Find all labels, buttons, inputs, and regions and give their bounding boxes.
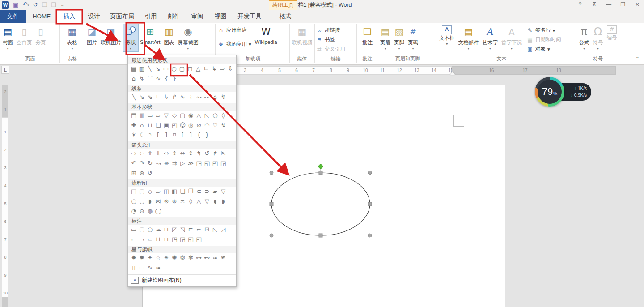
shape-icon[interactable]: ⊛ [138,169,146,177]
shape-icon[interactable]: [ [178,131,186,139]
shape-icon[interactable]: ↔ [178,149,186,158]
textbox-button[interactable]: A 文本框▾ [437,24,457,47]
shape-icon[interactable]: ◔ [130,207,138,215]
shape-icon[interactable]: ◺ [203,111,211,119]
ribbon-display-icon[interactable]: ⊼ [589,0,600,9]
shape-icon[interactable]: ◰ [211,159,219,167]
shape-icon[interactable]: ⇨ [130,149,138,158]
shape-icon[interactable]: ◠ [203,121,211,129]
wordart-button[interactable]: A 艺术字▾ [481,24,500,51]
shape-icon[interactable]: ⊃ [203,188,211,196]
shape-icon[interactable]: ⁆ [162,131,170,139]
tab-review[interactable]: 审阅 [187,10,208,23]
shape-icon[interactable]: ↳ [162,93,170,101]
shape-icon[interactable]: ↘ [138,93,146,101]
shape-icon[interactable]: { [162,75,170,83]
shape-icon[interactable]: ○ [170,65,178,73]
tab-view[interactable]: 视图 [210,10,231,23]
shape-icon[interactable]: ≈ [154,264,162,272]
shape-icon[interactable]: ♡ [211,121,219,129]
tab-home[interactable]: HOME [29,10,55,23]
shape-icon[interactable]: ¬ [138,235,146,243]
shape-icon[interactable]: ◺ [211,226,219,234]
shape-icon[interactable]: ↯ [138,75,146,83]
help-icon[interactable]: ? [574,0,586,9]
shape-icon[interactable]: ⊶ [195,254,203,262]
close-icon[interactable]: ✕ [631,0,643,9]
footer-button[interactable]: ▨ 页脚▾ [392,24,406,51]
shape-icon[interactable]: ↝ [154,159,162,167]
shape-icon[interactable]: ⌒ [146,75,154,83]
shape-icon[interactable]: △ [195,197,203,205]
tab-design[interactable]: 设计 [84,10,104,23]
tab-developer[interactable]: 开发工具 [233,10,266,23]
restore-icon[interactable]: ❐ [617,0,629,9]
shape-icon[interactable]: ◊ [219,111,227,119]
shape-icon[interactable]: ▯ [130,264,138,272]
shape-icon[interactable]: ⊡ [203,226,211,234]
shape-icon[interactable]: } [170,75,178,83]
shape-icon[interactable]: ◉ [186,111,195,119]
shape-icon[interactable]: ◸ [170,226,178,234]
shape-icon[interactable]: ⊂ [195,188,203,196]
shape-icon[interactable]: ↱ [211,149,219,158]
shape-icon[interactable]: ◲ [219,159,227,167]
shape-icon[interactable]: ☺ [178,121,186,129]
shape-icon[interactable]: ⇨ [218,65,226,73]
shape-icon[interactable]: ∟ [154,93,162,101]
shape-icon[interactable]: } [203,131,211,139]
shape-icon[interactable]: ↺ [203,149,211,158]
equation-button[interactable]: π 公式▾ [577,24,591,51]
shape-icon[interactable]: ✴ [162,254,170,262]
shape-icon[interactable]: ◲ [178,235,186,243]
shape-icon[interactable]: ☀ [130,131,138,139]
vertical-ruler-margin[interactable]: 21 [2,85,8,117]
shape-icon[interactable]: ▢ [178,65,186,73]
right-indent-marker[interactable] [450,71,455,75]
tab-format[interactable]: 格式 [275,10,296,23]
shape-icon[interactable]: ] [186,131,195,139]
shape-icon[interactable]: ∿ [146,264,154,272]
shape-icon[interactable]: ⊓ [162,226,170,234]
picture-button[interactable]: ◪ 图片 [85,24,99,47]
shape-icon[interactable]: ✺ [170,254,178,262]
shape-icon[interactable]: ▤ [130,111,138,119]
shape-icon[interactable]: ↶ [130,159,138,167]
shape-icon[interactable]: ○ [146,226,154,234]
shape-icon[interactable]: ✚ [130,121,138,129]
shape-icon[interactable]: ≈ [211,254,219,262]
page-number-button[interactable]: # 页码▾ [406,24,420,51]
shape-icon[interactable]: ❂ [178,254,186,262]
shape-icon[interactable]: ⌐ [195,226,203,234]
shape-icon[interactable]: ◖ [211,197,219,205]
network-speed-widget[interactable]: ↑1K/s ↓0.9K/s 79% [535,77,593,107]
shape-icon[interactable]: ✦ [146,254,154,262]
shape-icon[interactable]: ⌂ [130,75,138,83]
shape-icon[interactable]: ⊔ [146,121,154,129]
shape-icon[interactable]: ◯ [154,207,162,215]
shape-icon[interactable]: ≋ [219,254,227,262]
shape-icon[interactable]: ⊷ [203,254,211,262]
shape-icon[interactable]: ▢ [138,226,146,234]
shape-icon[interactable]: △ [194,65,202,73]
shape-icon[interactable]: ⇱ [219,149,227,158]
vertical-ruler[interactable]: 12345678910 [2,117,8,297]
object-button[interactable]: ▣ 对象▾ [525,44,562,54]
shape-icon[interactable]: ☾ [138,131,146,139]
shape-icon[interactable]: ◇ [170,111,178,119]
shape-icon[interactable]: ∟ [202,65,210,73]
shape-icon[interactable]: ↝ [195,93,203,101]
shape-icon[interactable]: ☁ [154,226,162,234]
shape-icon[interactable]: ⇩ [226,65,234,73]
shape-icon[interactable]: ▢ [178,111,186,119]
shape-icon[interactable]: ↜ [203,93,211,101]
shape-icon[interactable]: ⊗ [162,197,170,205]
minimize-icon[interactable]: — [603,0,614,9]
store-button[interactable]: ⌂ 应用商店 [216,26,252,35]
shape-icon[interactable]: ▭ [162,65,170,73]
shape-icon[interactable]: ◎ [186,121,195,129]
shape-icon[interactable]: ⁅ [154,131,162,139]
shape-icon[interactable]: ◱ [186,235,195,243]
shape-icon[interactable]: ◻ [186,65,194,73]
shape-icon[interactable]: ▱ [154,111,162,119]
